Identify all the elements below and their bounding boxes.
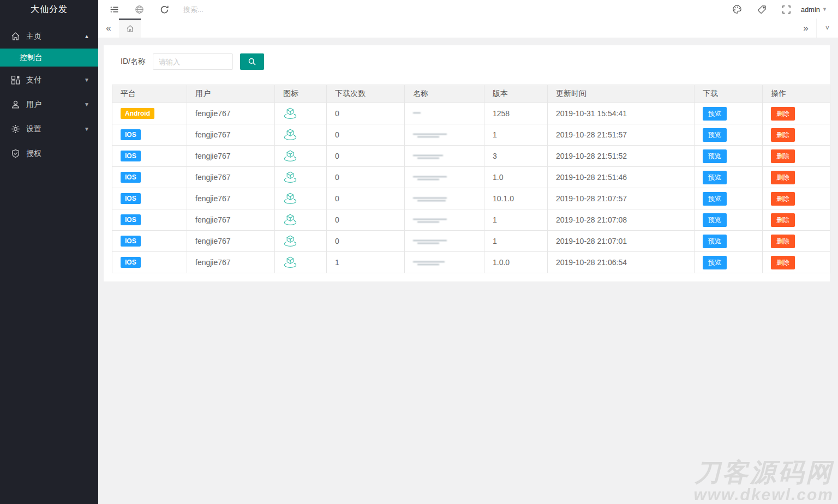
theme-palette-icon[interactable] — [725, 0, 750, 19]
delete-button[interactable]: 删除 — [771, 192, 795, 206]
delete-button[interactable]: 删除 — [771, 107, 795, 121]
topbar: admin ▼ — [98, 0, 838, 19]
user-cell: fengjie767 — [187, 124, 275, 146]
user-cell: fengjie767 — [187, 146, 275, 167]
user-menu[interactable]: admin ▼ — [799, 5, 831, 14]
column-header: 操作 — [763, 85, 830, 103]
column-header: 名称 — [405, 85, 484, 103]
app-cube-icon — [283, 107, 297, 121]
tab-home[interactable] — [119, 19, 141, 38]
platform-badge: IOS — [121, 193, 141, 204]
app-cube-icon — [283, 149, 297, 163]
sidebar-item-label: 设置 — [26, 124, 41, 134]
updated-cell: 2019-10-31 15:54:41 — [548, 103, 695, 124]
column-header: 下载 — [695, 85, 763, 103]
app-cube-icon — [283, 128, 297, 142]
apps-table-wrap: 平台用户图标下载次数名称版本更新时间下载操作 Android fengjie76… — [112, 85, 830, 273]
sidebar-item-label: 支付 — [26, 75, 41, 85]
user-cell: fengjie767 — [187, 231, 275, 252]
platform-badge: IOS — [121, 257, 141, 268]
table-row: IOS fengjie767 0 1 2019-10-28 21:07:08 预… — [112, 209, 830, 231]
version-cell: 1 — [484, 209, 548, 231]
preview-button[interactable]: 预览 — [703, 149, 727, 163]
downloads-cell: 0 — [327, 103, 405, 124]
updated-cell: 2019-10-28 21:06:54 — [548, 252, 695, 273]
apps-table: 平台用户图标下载次数名称版本更新时间下载操作 Android fengjie76… — [112, 85, 830, 273]
app-title: 大仙分发 — [0, 0, 98, 19]
version-cell: 10.1.0 — [484, 188, 548, 209]
preview-button[interactable]: 预览 — [703, 107, 727, 121]
table-row: IOS fengjie767 0 3 2019-10-28 21:51:52 预… — [112, 146, 830, 167]
fullscreen-icon[interactable] — [774, 0, 799, 19]
sidebar-item-users[interactable]: 用户 ▼ — [0, 92, 98, 117]
updated-cell: 2019-10-28 21:51:52 — [548, 146, 695, 167]
settings-icon — [11, 124, 20, 134]
downloads-cell: 0 — [327, 146, 405, 167]
downloads-cell: 0 — [327, 124, 405, 146]
table-row: IOS fengjie767 0 1 2019-10-28 21:51:57 预… — [112, 124, 830, 146]
column-header: 图标 — [275, 85, 327, 103]
sidebar-item-license[interactable]: 授权 — [0, 141, 98, 166]
tabs-more-icon[interactable]: ˅ — [816, 19, 838, 38]
platform-badge: IOS — [121, 151, 141, 161]
delete-button[interactable]: 删除 — [771, 256, 795, 269]
platform-badge: IOS — [121, 129, 141, 140]
sidebar-item-settings[interactable]: 设置 ▼ — [0, 117, 98, 141]
topbar-right: admin ▼ — [725, 0, 838, 19]
downloads-cell: 1 — [327, 252, 405, 273]
tabbar: « » ˅ — [98, 19, 838, 38]
redacted-name — [413, 175, 447, 182]
downloads-cell: 0 — [327, 188, 405, 209]
user-cell: fengjie767 — [187, 167, 275, 188]
table-row: IOS fengjie767 0 1 2019-10-28 21:07:01 预… — [112, 231, 830, 252]
preview-button[interactable]: 预览 — [703, 256, 727, 269]
search-button[interactable] — [240, 53, 264, 70]
version-cell: 1258 — [484, 103, 548, 124]
redacted-name — [413, 111, 421, 118]
caret-up-icon: ▲ — [84, 33, 89, 39]
sidebar-item-home[interactable]: 主页 ▲ — [0, 24, 98, 49]
preview-button[interactable]: 预览 — [703, 128, 727, 142]
tag-icon[interactable] — [750, 0, 774, 19]
preview-button[interactable]: 预览 — [703, 192, 727, 206]
delete-button[interactable]: 删除 — [771, 149, 795, 163]
global-search-input[interactable] — [183, 5, 303, 14]
user-cell: fengjie767 — [187, 252, 275, 273]
user-cell: fengjie767 — [187, 188, 275, 209]
table-body: Android fengjie767 0 1258 2019-10-31 15:… — [112, 103, 830, 273]
delete-button[interactable]: 删除 — [771, 171, 795, 184]
caret-down-icon: ▼ — [84, 126, 89, 132]
user-cell: fengjie767 — [187, 103, 275, 124]
updated-cell: 2019-10-28 21:51:57 — [548, 124, 695, 146]
app-cube-icon — [283, 256, 297, 269]
sidebar-item-label: 授权 — [26, 149, 41, 159]
column-header: 下载次数 — [327, 85, 405, 103]
sidebar-item-console[interactable]: 控制台 — [0, 49, 98, 67]
updated-cell: 2019-10-28 21:51:46 — [548, 167, 695, 188]
updated-cell: 2019-10-28 21:07:01 — [548, 231, 695, 252]
delete-button[interactable]: 删除 — [771, 128, 795, 142]
version-cell: 1.0 — [484, 167, 548, 188]
id-name-input[interactable] — [153, 53, 233, 70]
preview-button[interactable]: 预览 — [703, 171, 727, 184]
website-icon[interactable] — [127, 0, 152, 19]
app-cube-icon — [283, 171, 297, 184]
column-header: 平台 — [112, 85, 187, 103]
refresh-icon[interactable] — [152, 0, 177, 19]
table-row: Android fengjie767 0 1258 2019-10-31 15:… — [112, 103, 830, 124]
app-cube-icon — [283, 235, 297, 248]
app-layout: 大仙分发 主页 ▲ 控制台 — [0, 0, 838, 504]
caret-down-icon: ▼ — [84, 101, 89, 107]
preview-button[interactable]: 预览 — [703, 213, 727, 227]
content-area: ID/名称 平台用户图标下载次数名称版本更新时间下载操作 — [98, 38, 838, 504]
sidebar-item-payment[interactable]: 支付 ▼ — [0, 68, 98, 92]
redacted-name — [413, 260, 445, 267]
tabbar-controls: » ˅ — [795, 19, 838, 38]
delete-button[interactable]: 删除 — [771, 213, 795, 227]
tabs-scroll-left-icon[interactable]: « — [98, 19, 119, 38]
collapse-menu-icon[interactable] — [101, 0, 127, 19]
delete-button[interactable]: 删除 — [771, 235, 795, 248]
console-card: ID/名称 平台用户图标下载次数名称版本更新时间下载操作 — [104, 45, 830, 281]
tabs-scroll-right-icon[interactable]: » — [795, 19, 816, 38]
preview-button[interactable]: 预览 — [703, 235, 727, 248]
